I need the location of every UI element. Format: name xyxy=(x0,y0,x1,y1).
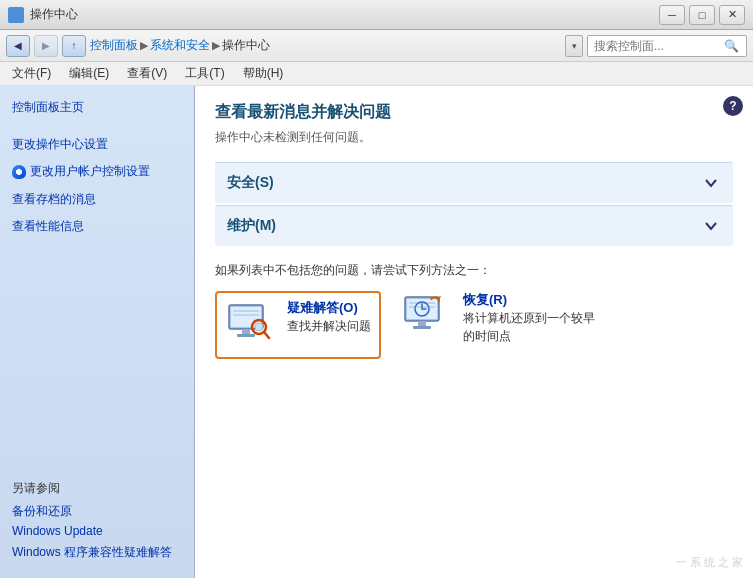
sidebar-item-home[interactable]: 控制面板主页 xyxy=(0,94,194,121)
menu-file[interactable]: 文件(F) xyxy=(4,63,59,84)
title-bar-controls: ─ □ ✕ xyxy=(659,5,745,25)
sidebar-link-windowsupdate[interactable]: Windows Update xyxy=(12,521,182,541)
sidebar-bottom: 另请参阅 备份和还原 Windows Update Windows 程序兼容性疑… xyxy=(0,472,194,570)
content-area: ? 查看最新消息并解决问题 操作中心未检测到任何问题。 安全(S) 维护(M) … xyxy=(195,86,753,578)
window-title: 操作中心 xyxy=(30,6,78,23)
title-bar: 操作中心 ─ □ ✕ xyxy=(0,0,753,30)
search-box[interactable]: 🔍 xyxy=(587,35,747,57)
search-icon[interactable]: 🔍 xyxy=(724,39,739,53)
restore-card-body: 恢复(R) 将计算机还原到一个较早的时间点 xyxy=(463,291,603,345)
address-bar: ◀ ▶ ↑ 控制面板 ▶ 系统和安全 ▶ 操作中心 ▾ 🔍 xyxy=(0,30,753,62)
svg-rect-13 xyxy=(418,321,426,326)
restore-card: 恢复(R) 将计算机还原到一个较早的时间点 xyxy=(401,291,603,345)
restore-icon-svg xyxy=(401,291,449,339)
minimize-button[interactable]: ─ xyxy=(659,5,685,25)
svg-line-8 xyxy=(264,332,269,338)
restore-desc: 将计算机还原到一个较早的时间点 xyxy=(463,309,603,345)
troubleshoot-icon xyxy=(225,299,277,351)
up-button[interactable]: ↑ xyxy=(62,35,86,57)
chevron-down-icon xyxy=(703,175,719,191)
main-layout: 控制面板主页 更改操作中心设置 更改用户帐户控制设置 查看存档的消息 查看性能信… xyxy=(0,86,753,578)
breadcrumb-item-3: 操作中心 xyxy=(222,37,270,54)
menu-view[interactable]: 查看(V) xyxy=(119,63,175,84)
restore-title[interactable]: 恢复(R) xyxy=(463,291,603,309)
section-maintenance[interactable]: 维护(M) xyxy=(215,205,733,246)
watermark: 一 系 统 之 家 xyxy=(676,555,743,570)
search-input[interactable] xyxy=(594,39,724,53)
sidebar-item-uac[interactable]: 更改用户帐户控制设置 xyxy=(0,158,194,185)
menu-bar: 文件(F) 编辑(E) 查看(V) 工具(T) 帮助(H) xyxy=(0,62,753,86)
chevron-down-icon-2 xyxy=(703,218,719,234)
troubleshoot-desc: 查找并解决问题 xyxy=(287,317,371,335)
sidebar-item-uac-label: 更改用户帐户控制设置 xyxy=(30,162,150,181)
breadcrumb-sep-2: ▶ xyxy=(212,39,220,52)
section-maintenance-label: 维护(M) xyxy=(227,217,276,235)
address-dropdown[interactable]: ▾ xyxy=(565,35,583,57)
svg-rect-5 xyxy=(237,334,255,337)
shield-inner xyxy=(16,168,22,175)
sidebar-item-change-settings[interactable]: 更改操作中心设置 xyxy=(0,131,194,158)
action-cards: 疑难解答(O) 查找并解决问题 xyxy=(215,291,733,359)
forward-button[interactable]: ▶ xyxy=(34,35,58,57)
breadcrumb: 控制面板 ▶ 系统和安全 ▶ 操作中心 xyxy=(90,37,270,54)
section-security-chevron[interactable] xyxy=(701,173,721,193)
back-button[interactable]: ◀ xyxy=(6,35,30,57)
section-security[interactable]: 安全(S) xyxy=(215,162,733,203)
help-icon[interactable]: ? xyxy=(723,96,743,116)
sidebar-link-backup[interactable]: 备份和还原 xyxy=(12,501,182,521)
maximize-button[interactable]: □ xyxy=(689,5,715,25)
troubleshoot-card[interactable]: 疑难解答(O) 查找并解决问题 xyxy=(215,291,381,359)
breadcrumb-item-1[interactable]: 控制面板 xyxy=(90,37,138,54)
shield-icon xyxy=(12,165,26,179)
svg-rect-4 xyxy=(242,329,250,334)
sidebar: 控制面板主页 更改操作中心设置 更改用户帐户控制设置 查看存档的消息 查看性能信… xyxy=(0,86,195,578)
svg-point-7 xyxy=(255,323,263,331)
breadcrumb-item-2[interactable]: 系统和安全 xyxy=(150,37,210,54)
close-button[interactable]: ✕ xyxy=(719,5,745,25)
menu-help[interactable]: 帮助(H) xyxy=(235,63,292,84)
section-maintenance-chevron[interactable] xyxy=(701,216,721,236)
section-security-label: 安全(S) xyxy=(227,174,274,192)
sidebar-link-compat[interactable]: Windows 程序兼容性疑难解答 xyxy=(12,542,182,562)
breadcrumb-sep-1: ▶ xyxy=(140,39,148,52)
troubleshoot-title[interactable]: 疑难解答(O) xyxy=(287,299,371,317)
sidebar-bottom-title: 另请参阅 xyxy=(12,480,182,497)
sidebar-item-performance[interactable]: 查看性能信息 xyxy=(0,213,194,240)
tip-text: 如果列表中不包括您的问题，请尝试下列方法之一： xyxy=(215,262,733,279)
app-icon xyxy=(8,7,24,23)
page-subtitle: 操作中心未检测到任何问题。 xyxy=(215,129,733,146)
page-title: 查看最新消息并解决问题 xyxy=(215,102,733,123)
svg-rect-14 xyxy=(413,326,431,329)
troubleshoot-icon-svg xyxy=(225,299,273,347)
troubleshoot-card-body: 疑难解答(O) 查找并解决问题 xyxy=(287,299,371,335)
restore-icon xyxy=(401,291,453,343)
title-bar-left: 操作中心 xyxy=(8,6,78,23)
menu-tools[interactable]: 工具(T) xyxy=(177,63,232,84)
sidebar-item-archive[interactable]: 查看存档的消息 xyxy=(0,186,194,213)
menu-edit[interactable]: 编辑(E) xyxy=(61,63,117,84)
